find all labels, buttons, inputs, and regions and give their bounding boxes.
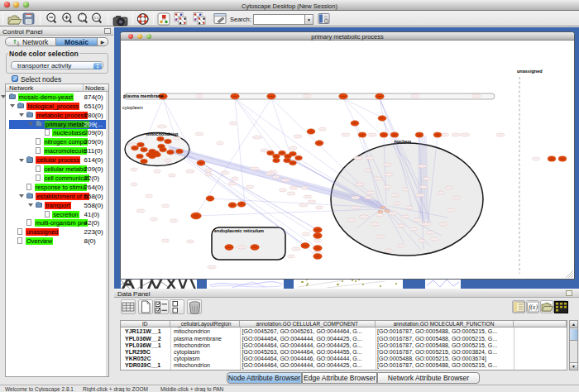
svg-text:mitochondrion: mitochondrion [146, 131, 179, 136]
svg-text:endoplasmic reticulum: endoplasmic reticulum [214, 228, 264, 233]
svg-text:nucleus: nucleus [395, 139, 412, 144]
svg-text:f(x): f(x) [529, 304, 538, 311]
svg-text:1:1: 1:1 [94, 16, 99, 20]
svg-text:unassigned: unassigned [517, 69, 543, 74]
svg-text:plasma membrane: plasma membrane [123, 93, 163, 98]
svg-text:cytoplasm: cytoplasm [122, 105, 143, 110]
